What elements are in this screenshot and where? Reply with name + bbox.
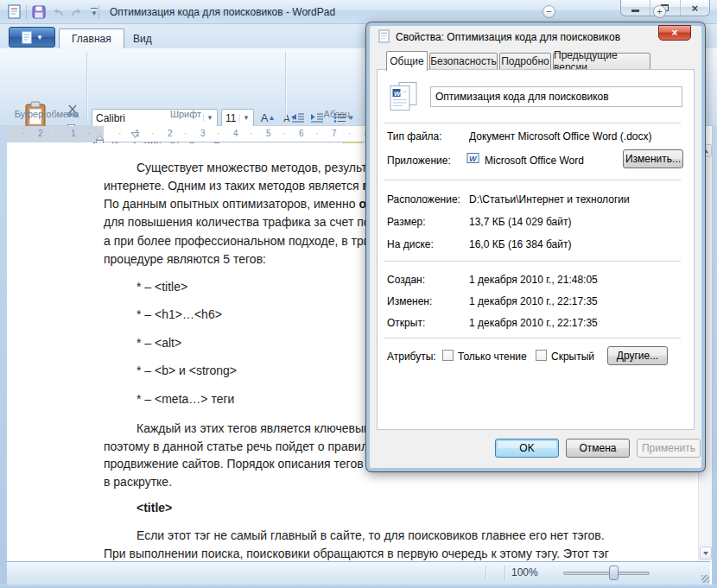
size-value: 13,7 КБ (14 029 байт) (469, 216, 571, 228)
window-border-bottom (0, 585, 717, 588)
tab-label: Подробно (501, 55, 549, 67)
app-label: Приложение: (387, 155, 451, 167)
dialog-tab-details[interactable]: Подробно (499, 53, 551, 70)
doc-line: поэтому в данной статье речь пойдет о пр… (104, 439, 381, 454)
cancel-label: Отмена (579, 442, 616, 454)
word-file-icon: W (387, 81, 420, 116)
doc-line: а при более профессиональном подходе, в … (104, 234, 371, 249)
created-value: 1 декабря 2010 г., 21:48:05 (469, 274, 598, 286)
dialog-separator (384, 338, 681, 339)
dialog-close-button[interactable]: × (658, 25, 691, 41)
location-label: Расположение: (387, 193, 460, 205)
app-value: Microsoft Office Word (485, 155, 584, 167)
dialog-tab-previous-versions[interactable]: Предыдущие версии (553, 53, 650, 70)
window-border-left (0, 126, 7, 588)
doc-line: * – <title> (136, 280, 187, 294)
properties-doc-icon (378, 29, 391, 47)
status-separator (504, 566, 505, 581)
dialog-separator (384, 123, 681, 124)
opened-label: Открыт: (387, 317, 425, 329)
doc-line: * – <h1>…<h6> (136, 307, 222, 322)
doc-line: * – <b> и <strong> (136, 364, 237, 378)
zoom-out-button[interactable]: − (543, 5, 555, 18)
doc-line: для повышения количества трафика за счет… (104, 215, 383, 230)
created-label: Создан: (387, 274, 425, 286)
minus-icon: − (546, 6, 551, 16)
tab-label: Общие (390, 55, 423, 67)
window-border-right (712, 126, 717, 588)
doc-line: * – <alt> (136, 336, 181, 351)
dialog-tab-general[interactable]: Общие (386, 51, 428, 71)
dialog-separator (384, 180, 681, 181)
ok-label: OK (519, 442, 534, 454)
doc-line: <title> (136, 501, 172, 515)
hidden-label: Скрытый (551, 351, 594, 363)
doc-line: Каждый из этих тегов является ключевым (136, 421, 372, 436)
dialog-title-bar[interactable]: Свойства: Оптимизация кода для поисковик… (370, 26, 701, 48)
modified-label: Изменен: (387, 295, 432, 307)
properties-dialog: Свойства: Оптимизация кода для поисковик… (366, 22, 705, 471)
apply-label: Применить (642, 442, 695, 454)
dialog-tab-security[interactable]: Безопасность (429, 53, 498, 70)
size-label: Размер: (387, 216, 426, 228)
zoom-in-button[interactable]: + (653, 5, 666, 18)
opened-value: 1 декабря 2010 г., 22:17:35 (469, 317, 598, 329)
disk-size-value: 16,0 КБ (16 384 байт) (469, 238, 571, 250)
other-attributes-button[interactable]: Другие... (607, 346, 668, 365)
readonly-checkbox[interactable] (442, 350, 454, 361)
zoom-slider-thumb[interactable] (609, 566, 619, 580)
resize-grip[interactable] (701, 575, 709, 583)
scroll-down-button[interactable] (700, 547, 712, 560)
doc-line: интернете. Одним из таких методов являет… (104, 179, 378, 193)
tab-label: Безопасность (430, 55, 497, 67)
attributes-label: Атрибуты: (387, 351, 436, 363)
zoom-level-value: 100% (511, 566, 538, 579)
other-attributes-label: Другие... (617, 350, 658, 362)
doc-line: в раскрутке. (104, 475, 172, 490)
file-type-value: Документ Microsoft Office Word (.docx) (469, 130, 652, 142)
modified-value: 1 декабря 2010 г., 22:17:35 (469, 295, 598, 307)
file-type-label: Тип файла: (387, 130, 442, 142)
wordpad-window: ▼ Оптимизация кода для поисковиков - Wor… (0, 0, 717, 588)
zoom-slider-track[interactable] (563, 572, 650, 575)
down-arrow-icon (703, 552, 708, 555)
disk-size-label: На диске: (387, 238, 434, 250)
cancel-button[interactable]: Отмена (566, 439, 630, 458)
status-separator (485, 566, 486, 581)
dialog-title: Свойства: Оптимизация кода для поисковик… (396, 31, 620, 43)
doc-line: При выполнении поиска, поисковики обраща… (104, 547, 609, 561)
change-app-button[interactable]: Изменить... (623, 149, 683, 168)
word-app-icon: W (466, 151, 480, 168)
apply-button[interactable]: Применить (637, 439, 701, 458)
location-value: D:\Статьи\Интернет и технологии (469, 193, 630, 205)
hidden-checkbox[interactable] (536, 350, 547, 361)
dialog-separator (384, 261, 681, 262)
ok-button[interactable]: OK (495, 439, 559, 458)
doc-line: продвижение сайтов. Порядок описания тег… (104, 457, 379, 471)
change-app-label: Изменить... (625, 153, 681, 165)
doc-line: Существует множество методов, результ (136, 161, 367, 175)
doc-line: Если этот тэг не самый главный в сайте, … (136, 528, 605, 543)
close-icon: × (671, 27, 677, 39)
filename-input[interactable] (430, 86, 682, 107)
plus-icon: + (657, 6, 662, 16)
readonly-label: Только чтение (458, 351, 527, 363)
doc-line: * – <meta…> теги (136, 392, 234, 407)
doc-line: процедуре являются 5 тегов: (104, 252, 266, 267)
doc-line: По данным опытных оптимизаторов, именно … (104, 197, 373, 212)
